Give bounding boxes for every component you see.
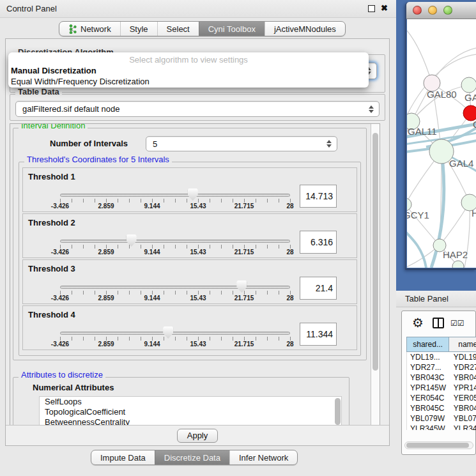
table-row[interactable]: YPR145WYPR145W: [407, 383, 476, 393]
table-toolbar: ⚙ ☑☑: [402, 311, 475, 335]
cell-shared-name[interactable]: YDL19...: [407, 352, 450, 362]
slider-tick-labels: -3.4262.8599.14415.4321.71528: [54, 295, 296, 302]
cell-name[interactable]: YDL19: [450, 352, 476, 362]
list-item[interactable]: TopologicalCoefficient: [40, 407, 341, 417]
tab-label: Network: [81, 24, 111, 34]
num-intervals-combobox[interactable]: 5: [146, 136, 337, 151]
threshold-row: Threshold 2 -3.4262.8599.14415.4321.7152…: [22, 213, 357, 258]
group-title: Interval Definition: [19, 123, 88, 130]
tab-select[interactable]: Select: [157, 22, 199, 36]
table-header-row: shared... name: [406, 337, 476, 352]
settings-scrollbar[interactable]: [371, 124, 380, 426]
tab-discretize-data[interactable]: Discretize Data: [155, 450, 229, 464]
list-scrollbar-thumb[interactable]: [335, 398, 341, 425]
cell-name[interactable]: YDR27: [450, 362, 476, 372]
tick-label: 9.144: [144, 295, 160, 302]
threshold-row: Threshold 3 -3.4262.8599.14415.4321.7152…: [22, 259, 357, 304]
group-title: Table Data: [15, 87, 62, 96]
table-row[interactable]: YER054CYER054C: [407, 393, 476, 403]
cell-shared-name[interactable]: YBR043C: [407, 372, 450, 383]
tab-jactivemnodules[interactable]: jActiveMNodules: [265, 22, 345, 36]
column-header-shared-name[interactable]: shared...: [406, 337, 449, 352]
node-ga[interactable]: [461, 77, 476, 93]
apply-row: Apply: [6, 425, 389, 445]
table-row[interactable]: YBR045CYBR045C: [407, 403, 476, 413]
slider-tick-labels: -3.4262.8599.14415.4321.71528: [54, 341, 296, 348]
gear-icon[interactable]: ⚙: [412, 315, 424, 330]
checkbox-icons[interactable]: ☑☑: [450, 319, 464, 328]
table-row[interactable]: YLR345WYLR345W: [407, 424, 476, 430]
zoom-traffic-light-icon[interactable]: [443, 6, 452, 15]
tick-label: -3.426: [51, 341, 69, 348]
cell-shared-name[interactable]: YBR045C: [407, 403, 450, 413]
threshold-value-field[interactable]: 14.713: [300, 185, 337, 208]
numerical-attributes-list[interactable]: SelfLoopsTopologicalCoefficientBetweenne…: [39, 396, 342, 426]
slider-tick-labels: -3.4262.8599.14415.4321.71528: [54, 203, 296, 210]
network-desktop: GAL80 GA C GAL11 GAL4 GCY1 H HAP2: [396, 0, 476, 291]
list-item[interactable]: SelfLoops: [40, 397, 341, 407]
slider-track[interactable]: [60, 194, 290, 197]
column-header-name[interactable]: name: [449, 337, 476, 352]
algorithm-dropdown-popup: Select algorithm to view settings Manual…: [8, 52, 369, 88]
interval-definition-group: Interval Definition Number of Intervals …: [13, 128, 367, 360]
tick-label: -3.426: [51, 295, 69, 302]
panel-title: Control Panel: [6, 4, 57, 13]
table-panel: ⚙ ☑☑ shared... name YDL19...YDL19YDR27..…: [401, 311, 476, 455]
svg-text:GCY1: GCY1: [407, 210, 429, 220]
dropdown-item-equal-width[interactable]: Equal Width/Frequency Discretization: [11, 77, 366, 87]
node-gcy1[interactable]: [407, 198, 411, 211]
settings-scrollbar-thumb[interactable]: [372, 133, 378, 371]
tick-label: 15.43: [190, 341, 206, 348]
group-title: Attributes to discretize: [19, 370, 105, 380]
cell-name[interactable]: YPR145W: [450, 383, 476, 393]
cell-shared-name[interactable]: YER054C: [407, 393, 450, 403]
table-scrollbar-thumb[interactable]: [406, 443, 469, 448]
tab-network[interactable]: Network: [59, 22, 120, 36]
table-data-combobox[interactable]: galFiltered.sif default node: [15, 101, 380, 117]
tick-label: 28: [286, 295, 293, 302]
apply-button[interactable]: Apply: [177, 429, 218, 443]
cell-shared-name[interactable]: YLR345W: [407, 424, 450, 430]
threshold-value-field[interactable]: 21.4: [300, 277, 337, 300]
table-row[interactable]: YDR27...YDR27: [407, 362, 476, 372]
application: Control Panel ✖ NetworkStyleSelectCyni T…: [0, 0, 476, 476]
tick-label: 9.144: [144, 203, 160, 210]
table-panel-title: Table Panel: [396, 291, 476, 307]
cell-shared-name[interactable]: YBL079W: [407, 413, 450, 424]
float-window-icon[interactable]: [368, 5, 375, 12]
close-icon[interactable]: ✖: [381, 3, 388, 13]
cell-name[interactable]: YBR045C: [450, 403, 476, 413]
tab-style[interactable]: Style: [120, 22, 157, 36]
table-row[interactable]: YBR043CYBR043C: [407, 372, 476, 383]
tab-impute-data[interactable]: Impute Data: [91, 450, 155, 464]
cell-name[interactable]: YBL079W: [450, 413, 476, 424]
network-window-titlebar[interactable]: [406, 2, 476, 19]
slider-track[interactable]: [60, 286, 290, 289]
network-canvas[interactable]: GAL80 GA C GAL11 GAL4 GCY1 H HAP2: [407, 19, 476, 268]
network-window[interactable]: GAL80 GA C GAL11 GAL4 GCY1 H HAP2: [405, 2, 476, 270]
table-horizontal-scrollbar[interactable]: [404, 441, 473, 449]
cell-shared-name[interactable]: YDR27...: [407, 362, 450, 372]
cell-name[interactable]: YBR043C: [450, 372, 476, 383]
column-layout-icon[interactable]: [433, 318, 444, 328]
threshold-row: Threshold 1 -3.4262.8599.14415.4321.7152…: [22, 167, 357, 212]
cell-name[interactable]: YER054C: [450, 393, 476, 403]
table-row[interactable]: YBL079WYBL079W: [407, 413, 476, 424]
threshold-label: Threshold 4: [28, 310, 75, 319]
close-traffic-light-icon[interactable]: [413, 6, 422, 15]
slider-track[interactable]: [60, 332, 290, 335]
cell-name[interactable]: YLR345W: [450, 424, 476, 430]
tab-cyni-toolbox[interactable]: Cyni Toolbox: [199, 22, 265, 36]
minimize-traffic-light-icon[interactable]: [428, 6, 437, 15]
tab-infer-network[interactable]: Infer Network: [229, 450, 297, 464]
cell-shared-name[interactable]: YPR145W: [407, 383, 450, 393]
tick-label: 2.859: [98, 249, 114, 256]
threshold-value-field[interactable]: 11.344: [300, 323, 337, 346]
threshold-value-field[interactable]: 6.316: [300, 231, 337, 254]
dropdown-item-manual[interactable]: Manual Discretization: [11, 66, 366, 76]
svg-text:HAP2: HAP2: [443, 249, 468, 260]
slider-track[interactable]: [60, 240, 290, 243]
tab-label: Cyni Toolbox: [208, 24, 256, 34]
table-row[interactable]: YDL19...YDL19: [407, 352, 476, 362]
tick-label: 2.859: [98, 295, 114, 302]
